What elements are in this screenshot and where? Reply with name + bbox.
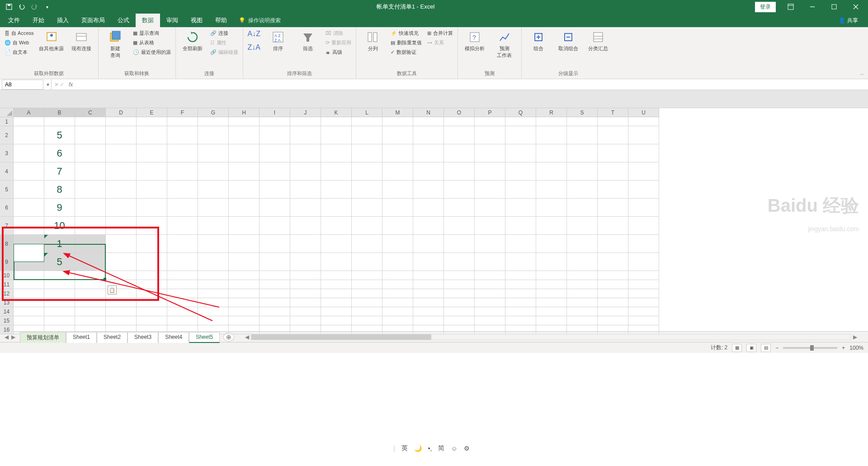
cell[interactable]: 10 [44, 217, 75, 235]
cell[interactable] [75, 144, 106, 162]
cell[interactable] [352, 199, 382, 217]
cell[interactable] [598, 289, 628, 298]
cell[interactable] [290, 199, 321, 217]
cell[interactable] [198, 298, 229, 307]
cell[interactable] [475, 235, 505, 253]
menu-tab-数据[interactable]: 数据 [136, 14, 160, 27]
refresh-all-button[interactable]: 全部刷新 [179, 29, 207, 53]
cell[interactable] [536, 235, 567, 253]
cell[interactable] [321, 199, 352, 217]
cell[interactable] [229, 289, 259, 298]
save-icon[interactable] [4, 1, 14, 12]
cell[interactable] [259, 117, 290, 126]
column-header[interactable]: G [198, 108, 229, 117]
cell[interactable] [567, 289, 598, 298]
cell[interactable] [198, 235, 229, 253]
cell[interactable] [290, 271, 321, 280]
select-all-corner[interactable] [0, 108, 14, 117]
cell[interactable] [382, 144, 413, 162]
column-header[interactable]: N [413, 108, 444, 117]
cell[interactable] [505, 144, 536, 162]
cell[interactable] [628, 162, 659, 181]
cell[interactable] [259, 289, 290, 298]
cell[interactable] [198, 181, 229, 199]
cell[interactable] [259, 199, 290, 217]
menu-tab-视图[interactable]: 视图 [184, 14, 209, 27]
remove-duplicates-button[interactable]: ▤删除重复值 [389, 38, 424, 47]
cell[interactable] [259, 144, 290, 162]
cell[interactable] [14, 316, 44, 325]
cell[interactable] [505, 235, 536, 253]
cell[interactable] [75, 253, 106, 271]
ungroup-button[interactable]: 取消组合 [554, 29, 582, 53]
forecast-sheet-button[interactable]: 预测 工作表 [491, 29, 519, 60]
cell[interactable] [137, 117, 167, 126]
row-header[interactable]: 16 [0, 325, 14, 334]
ime-gear-icon[interactable]: ⚙ [464, 445, 470, 452]
minimize-icon[interactable] [802, 0, 823, 14]
cell[interactable] [137, 289, 167, 298]
cell[interactable] [229, 162, 259, 181]
cell[interactable] [198, 271, 229, 280]
zoom-out-icon[interactable]: − [775, 345, 778, 351]
cell[interactable] [413, 117, 444, 126]
cell[interactable] [567, 253, 598, 271]
cell[interactable] [505, 298, 536, 307]
cell[interactable] [14, 253, 44, 271]
cell[interactable] [505, 325, 536, 334]
cell[interactable] [259, 271, 290, 280]
cell[interactable] [352, 307, 382, 316]
cell[interactable] [598, 162, 628, 181]
cell[interactable] [198, 289, 229, 298]
cell[interactable] [137, 316, 167, 325]
cell[interactable] [14, 217, 44, 235]
cell[interactable] [321, 307, 352, 316]
cell[interactable] [321, 325, 352, 334]
cell[interactable] [536, 117, 567, 126]
sheet-tab[interactable]: Sheet3 [127, 332, 158, 343]
cell[interactable] [75, 162, 106, 181]
row-header[interactable]: 5 [0, 181, 14, 199]
menu-tab-文件[interactable]: 文件 [2, 14, 26, 27]
column-header[interactable]: I [259, 108, 290, 117]
share-button[interactable]: 👤 共享 [830, 17, 866, 24]
cell[interactable] [198, 126, 229, 144]
cell[interactable] [475, 325, 505, 334]
menu-tab-帮助[interactable]: 帮助 [209, 14, 233, 27]
cell[interactable] [75, 316, 106, 325]
cell[interactable] [14, 162, 44, 181]
cell[interactable] [598, 199, 628, 217]
cell[interactable] [628, 271, 659, 280]
cell[interactable] [413, 289, 444, 298]
cell[interactable] [14, 199, 44, 217]
cell[interactable] [628, 316, 659, 325]
cell[interactable] [198, 117, 229, 126]
cell[interactable]: 8 [44, 181, 75, 199]
cell[interactable] [413, 235, 444, 253]
ime-simp[interactable]: 简 [438, 444, 444, 452]
cell[interactable]: 5 [44, 126, 75, 144]
cell[interactable] [290, 316, 321, 325]
cell[interactable] [444, 126, 475, 144]
undo-icon[interactable] [16, 1, 27, 12]
cell[interactable] [352, 289, 382, 298]
page-layout-view-icon[interactable]: ▣ [746, 344, 756, 352]
sheet-tab[interactable]: Sheet1 [66, 332, 97, 343]
cell[interactable] [106, 253, 137, 271]
cell[interactable] [413, 162, 444, 181]
name-box[interactable]: A8 [2, 80, 43, 90]
cell[interactable] [444, 298, 475, 307]
column-header[interactable]: T [598, 108, 628, 117]
cell[interactable] [75, 289, 106, 298]
qat-customize-icon[interactable]: ▾ [42, 1, 52, 12]
cell[interactable] [44, 280, 75, 289]
cell[interactable] [598, 126, 628, 144]
cell[interactable] [137, 253, 167, 271]
cell[interactable] [290, 289, 321, 298]
cell[interactable] [352, 162, 382, 181]
cell[interactable] [167, 280, 198, 289]
menu-tab-页面布局[interactable]: 页面布局 [75, 14, 111, 27]
column-header[interactable]: D [106, 108, 137, 117]
cell[interactable] [413, 144, 444, 162]
cell[interactable] [598, 271, 628, 280]
